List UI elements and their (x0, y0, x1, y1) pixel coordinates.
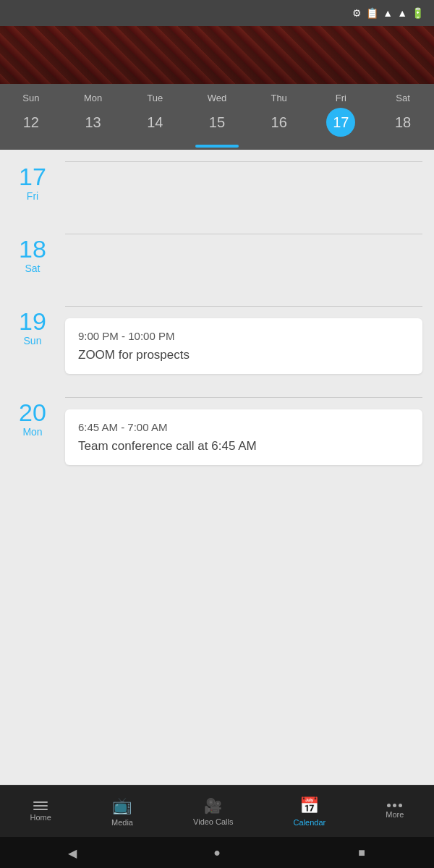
nav-label-more: More (386, 810, 404, 819)
nav-label-calendar: Calendar (294, 818, 326, 827)
nav-item-more[interactable]: More (386, 804, 404, 819)
selected-day-indicator (195, 145, 239, 148)
nav-item-calendar[interactable]: 📅 Calendar (294, 796, 326, 827)
bottom-nav: Home 📺 Media 🎥 Video Calls 📅 Calendar Mo… (0, 785, 434, 837)
week-day-tue[interactable]: Tue14 (124, 93, 186, 140)
media-icon: 📺 (112, 796, 132, 815)
day-number-17[interactable]: 17 (326, 108, 355, 137)
week-day-wed[interactable]: Wed15 (186, 93, 248, 140)
day-label-17: 17Fri (0, 161, 65, 210)
date-number-18: 18 (19, 237, 46, 261)
day-divider-20 (65, 397, 422, 398)
day-name-sat: Sat (396, 93, 410, 103)
app-header (0, 26, 434, 84)
day-number-12[interactable]: 12 (17, 108, 46, 137)
day-section-19: 19Sun9:00 PM - 10:00 PMZOOM for prospect… (0, 294, 434, 386)
date-number-17: 17 (19, 164, 46, 189)
day-name-tue: Tue (147, 93, 163, 103)
status-bar: ⚙ 📋 ▲ ▲ 🔋 (0, 0, 434, 26)
day-number-18[interactable]: 18 (388, 108, 417, 137)
day-section-17: 17Fri (0, 150, 434, 222)
date-day-sun: Sun (24, 335, 42, 346)
date-number-20: 20 (19, 400, 46, 425)
event-card-20-0[interactable]: 6:45 AM - 7:00 AMTeam conference call at… (65, 409, 422, 465)
day-divider-19 (65, 306, 422, 307)
day-content-17 (65, 161, 434, 210)
week-day-sat[interactable]: Sat18 (372, 93, 434, 140)
event-title-20-0: Team conference call at 6:45 AM (78, 439, 409, 454)
date-day-sat: Sat (25, 263, 40, 274)
event-time-20-0: 6:45 AM - 7:00 AM (78, 421, 409, 433)
events-area[interactable]: 17Fri18Sat19Sun9:00 PM - 10:00 PMZOOM fo… (0, 150, 434, 785)
back-button[interactable] (62, 843, 82, 863)
status-icons: ⚙ 📋 ▲ ▲ 🔋 (352, 7, 424, 19)
home-icon (33, 801, 48, 810)
nav-label-home: Home (30, 813, 51, 822)
day-name-mon: Mon (84, 93, 102, 103)
week-day-sun[interactable]: Sun12 (0, 93, 62, 140)
signal-icon: ▲ (397, 7, 407, 19)
week-day-mon[interactable]: Mon13 (62, 93, 124, 140)
recents-button[interactable] (352, 843, 372, 863)
day-content-19: 9:00 PM - 10:00 PMZOOM for prospects (65, 306, 434, 374)
week-header[interactable]: Sun12Mon13Tue14Wed15Thu16Fri17Sat18 (0, 84, 434, 150)
day-name-wed: Wed (208, 93, 227, 103)
system-nav (0, 837, 434, 868)
nav-label-videocalls: Video Calls (193, 817, 233, 826)
settings-icon: ⚙ (352, 7, 362, 19)
day-label-18: 18Sat (0, 234, 65, 283)
day-divider-17 (65, 161, 422, 162)
day-name-fri: Fri (336, 93, 346, 103)
day-divider-18 (65, 234, 422, 234)
day-name-thu: Thu (271, 93, 286, 103)
day-number-14[interactable]: 14 (140, 108, 169, 137)
more-icon (387, 804, 402, 807)
event-time-19-0: 9:00 PM - 10:00 PM (78, 330, 409, 342)
week-indicator (0, 142, 434, 150)
event-title-19-0: ZOOM for prospects (78, 348, 409, 362)
week-day-fri[interactable]: Fri17 (310, 93, 373, 140)
day-name-sun: Sun (22, 93, 39, 103)
nav-item-media[interactable]: 📺 Media (111, 796, 133, 827)
nav-label-media: Media (111, 818, 133, 827)
event-card-19-0[interactable]: 9:00 PM - 10:00 PMZOOM for prospects (65, 318, 422, 374)
week-days-row: Sun12Mon13Tue14Wed15Thu16Fri17Sat18 (0, 90, 434, 142)
battery-icon: 🔋 (412, 7, 424, 19)
date-day-mon: Mon (22, 426, 42, 438)
date-number-19: 19 (19, 309, 46, 333)
wifi-icon: ▲ (383, 7, 393, 19)
videocalls-icon: 🎥 (204, 797, 222, 814)
day-section-20: 20Mon6:45 AM - 7:00 AMTeam conference ca… (0, 386, 434, 477)
home-button[interactable] (207, 843, 227, 863)
date-day-fri: Fri (27, 190, 38, 202)
week-day-thu[interactable]: Thu16 (248, 93, 310, 140)
nav-item-videocalls[interactable]: 🎥 Video Calls (193, 797, 233, 826)
day-label-19: 19Sun (0, 306, 65, 374)
day-content-18 (65, 234, 434, 283)
day-number-16[interactable]: 16 (265, 108, 294, 137)
nav-item-home[interactable]: Home (30, 801, 51, 822)
day-label-20: 20Mon (0, 397, 65, 465)
clipboard-icon: 📋 (366, 7, 378, 19)
day-section-18: 18Sat (0, 222, 434, 294)
day-content-20: 6:45 AM - 7:00 AMTeam conference call at… (65, 397, 434, 465)
calendar-icon: 📅 (299, 796, 319, 815)
day-number-13[interactable]: 13 (79, 108, 108, 137)
day-number-15[interactable]: 15 (203, 108, 231, 137)
